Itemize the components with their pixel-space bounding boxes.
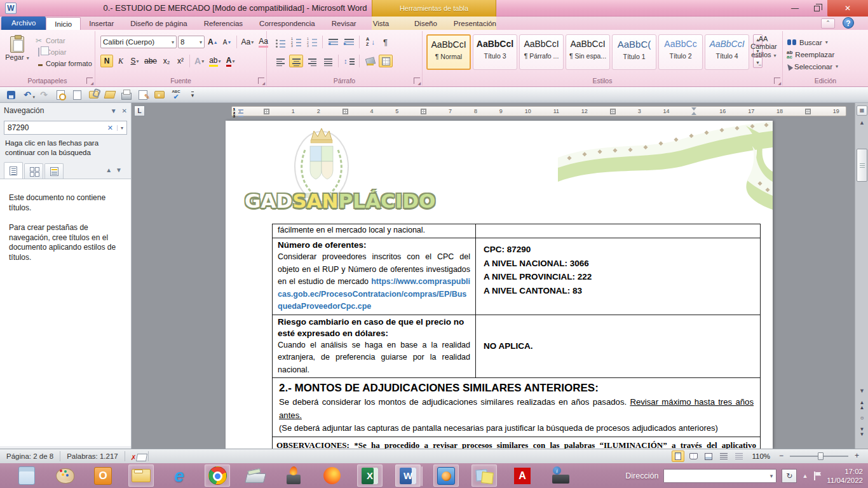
tab-archivo[interactable]: Archivo	[1, 17, 46, 30]
tab-tabla-diseno[interactable]: Diseño	[406, 17, 445, 30]
document-area[interactable]: L 1124578910111231416171819	[132, 103, 855, 449]
select-button[interactable]: Seleccionar▾	[784, 60, 838, 72]
subscript-button[interactable]: x₂	[160, 55, 173, 67]
next-page-icon[interactable]: ▼▼	[857, 427, 867, 437]
change-styles-button[interactable]: AA Cambiar estilos ▾	[745, 35, 782, 60]
portapapeles-dialog-launcher-icon[interactable]	[86, 78, 93, 84]
bold-button[interactable]: N	[100, 55, 113, 67]
taskbar-clock[interactable]: 17:02 11/04/2022	[827, 467, 863, 485]
zoom-thumb[interactable]	[818, 452, 824, 460]
align-left-button[interactable]	[273, 55, 287, 67]
estilos-dialog-launcher-icon[interactable]	[774, 78, 780, 84]
media-burner-icon[interactable]	[281, 464, 306, 487]
view-ruler-toggle-icon[interactable]: ▦	[857, 105, 867, 116]
show-marks-button[interactable]	[379, 36, 393, 48]
outlook-icon[interactable]	[90, 464, 116, 487]
cell-empty[interactable]	[476, 224, 760, 238]
next-result-icon[interactable]: ▼	[116, 166, 126, 173]
minimize-ribbon-icon[interactable]: ⌃	[821, 18, 835, 29]
close-button[interactable]: ✕	[827, 0, 868, 17]
nav-tab-pages[interactable]	[24, 163, 43, 179]
shading-button[interactable]	[363, 55, 377, 67]
font-color-button[interactable]: A▾	[224, 55, 237, 67]
action-center-flag-icon[interactable]	[813, 471, 822, 480]
scroll-down-icon[interactable]: ▼	[857, 388, 867, 394]
strikethrough-button[interactable]: abe	[142, 55, 159, 67]
autocad-icon[interactable]	[510, 464, 535, 487]
zoom-out-icon[interactable]: −	[776, 452, 786, 461]
tab-diseno-pagina[interactable]: Diseño de página	[122, 17, 196, 30]
borders-button[interactable]	[379, 55, 393, 67]
cut-button[interactable]: ✂Cortar	[32, 35, 94, 46]
chrome-icon[interactable]	[205, 464, 230, 487]
table-row-observaciones[interactable]: OBSERVACIONES: *Se ha procedido a revisa…	[273, 437, 760, 449]
superscript-button[interactable]: x²	[174, 55, 187, 67]
web-layout-view-button[interactable]	[702, 451, 715, 462]
open-icon[interactable]	[103, 88, 117, 101]
page-indicator[interactable]: Página: 2 de 8	[0, 451, 60, 461]
cell-no-aplica[interactable]: NO APLICA.	[476, 315, 760, 378]
outline-view-button[interactable]	[717, 451, 730, 462]
search-options-icon[interactable]: ▾	[117, 125, 123, 131]
address-go-icon[interactable]: ↻	[782, 469, 797, 483]
toolbar-more-icon[interactable]	[186, 88, 200, 101]
sticky-notes-icon[interactable]	[471, 464, 497, 487]
align-right-button[interactable]	[305, 55, 319, 67]
style-card[interactable]: AaBbCcI Título 4	[705, 34, 749, 70]
tab-vista[interactable]: Vista	[365, 17, 397, 30]
tab-revisar[interactable]: Revisar	[323, 17, 365, 30]
save-icon[interactable]	[4, 88, 18, 101]
address-dropdown-icon[interactable]: ▾	[770, 473, 773, 479]
zoom-track[interactable]	[790, 456, 848, 457]
nav-tab-results[interactable]	[44, 163, 64, 179]
select-browse-object-icon[interactable]: ○	[857, 416, 867, 421]
multilevel-list-button[interactable]	[305, 36, 319, 48]
style-card[interactable]: AaBbCcI ¶ Párrafo ...	[519, 34, 564, 70]
restore-button[interactable]	[806, 0, 827, 17]
help-icon[interactable]: ?	[843, 17, 854, 29]
style-card[interactable]: AaBbCc Título 2	[658, 34, 703, 70]
undo-icon[interactable]	[20, 88, 34, 101]
zoom-level[interactable]: 110%	[752, 452, 770, 460]
internet-explorer-icon[interactable]	[166, 464, 192, 487]
grow-font-button[interactable]: A▲	[206, 36, 220, 48]
word-count[interactable]: Palabras: 1.217	[60, 451, 125, 461]
paint-icon[interactable]	[52, 464, 78, 487]
underline-button[interactable]: S▾	[128, 55, 141, 67]
cell-cpc-values[interactable]: CPC: 87290A NIVEL NACIONAL: 3066A NIVEL …	[476, 238, 760, 315]
word-app-icon[interactable]: W	[5, 3, 17, 14]
print-layout-view-button[interactable]	[672, 451, 684, 462]
tab-stop-selector[interactable]: L	[134, 105, 145, 116]
decrease-indent-button[interactable]	[326, 36, 340, 48]
fullscreen-reading-view-button[interactable]	[687, 451, 700, 462]
scrollbar-thumb[interactable]	[857, 149, 867, 182]
cell-riesgo-cambiario[interactable]: Riesgo cambiario en caso de que el preci…	[273, 315, 476, 378]
style-card[interactable]: AaBbCcI ¶ Sin espa...	[566, 34, 610, 70]
nav-tab-headings[interactable]	[4, 162, 23, 179]
print-icon[interactable]	[119, 88, 133, 101]
clear-search-icon[interactable]: ✕	[107, 124, 113, 132]
style-card[interactable]: AaBbCcl Título 3	[473, 34, 517, 70]
change-case-button[interactable]: Aa▾	[240, 36, 256, 48]
redo-icon[interactable]	[37, 88, 51, 101]
find-button[interactable]: Buscar▾	[784, 36, 838, 48]
numbering-button[interactable]	[289, 36, 303, 48]
text-effects-button[interactable]: A▾	[193, 55, 206, 67]
paste-button[interactable]: Pegar ▾	[4, 34, 31, 76]
font-name-combo[interactable]: Calibri (Cuerpo)▾	[100, 36, 177, 48]
table-row-section2[interactable]: 2.- MONTOS DE ADJUDICACIONES SIMILARES A…	[273, 377, 760, 437]
spelling-icon[interactable]	[169, 88, 183, 101]
word-icon[interactable]	[395, 464, 421, 487]
proofing-status[interactable]	[125, 451, 149, 461]
line-spacing-button[interactable]	[342, 55, 356, 67]
address-input[interactable]: ▾	[663, 469, 776, 483]
minimize-button[interactable]: —	[784, 0, 806, 17]
style-card[interactable]: AaBbCcI ¶ Normal	[426, 34, 471, 70]
calculator-icon[interactable]	[14, 464, 39, 487]
tab-tabla-presentacion[interactable]: Presentación	[445, 17, 505, 30]
highlight-color-button[interactable]: ab▾	[207, 55, 222, 67]
media-player-icon[interactable]	[433, 464, 459, 487]
replace-button[interactable]: abacReemplazar	[784, 48, 838, 60]
font-size-combo[interactable]: 8▾	[178, 36, 205, 48]
horizontal-ruler[interactable]: 1124578910111231416171819	[231, 106, 846, 116]
